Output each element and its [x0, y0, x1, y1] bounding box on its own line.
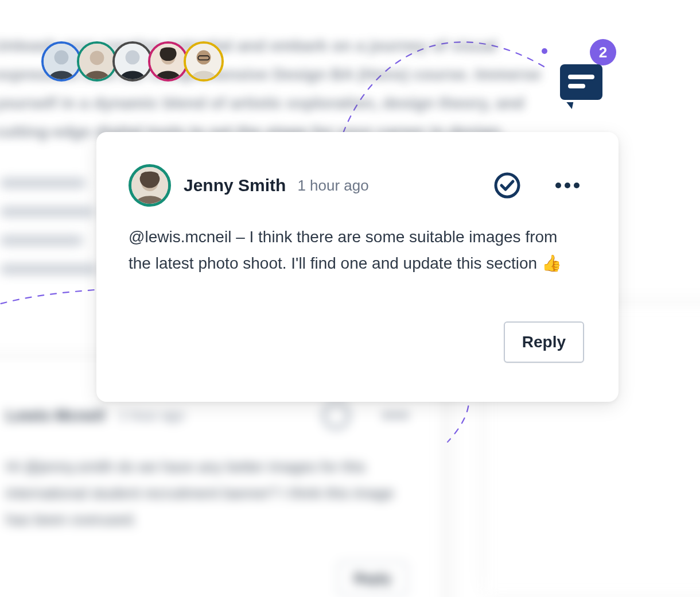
avatar[interactable] [148, 41, 188, 82]
author-name: Lewis Mcneil [6, 406, 105, 425]
thumbs-up-emoji: 👍 [542, 254, 562, 272]
reply-button[interactable]: Reply [504, 321, 584, 363]
more-options-button [383, 413, 407, 418]
unread-count-badge: 2 [590, 39, 616, 65]
avatar[interactable] [41, 41, 81, 82]
mention[interactable]: @lewis.mcneil [129, 228, 231, 246]
anchor-dot-icon [542, 48, 547, 54]
dot-icon [565, 183, 570, 188]
resolve-button[interactable] [493, 172, 521, 199]
reply-button: Reply [338, 561, 407, 596]
checkmark-circle-icon [493, 172, 521, 199]
author-name: Jenny Smith [184, 176, 286, 195]
comment-header: Jenny Smith 1 hour ago [129, 164, 584, 207]
comment-body: Hi @jenny.smith do we have any better im… [6, 453, 407, 533]
avatar[interactable] [77, 41, 117, 82]
background-blurred-list [0, 178, 103, 293]
collaborator-avatar-stack [41, 41, 219, 82]
checkmark-circle-icon [322, 402, 350, 429]
comment-timestamp: 1 hour ago [119, 408, 185, 424]
comment-thread-indicator[interactable]: 2 [560, 64, 602, 100]
comment-bubble-icon [560, 64, 602, 100]
dot-icon [555, 183, 561, 188]
svg-point-13 [496, 174, 519, 197]
author-avatar[interactable] [129, 164, 171, 207]
avatar[interactable] [112, 41, 153, 82]
comment-card: Jenny Smith 1 hour ago @lewis.mcneil – I… [96, 132, 619, 402]
dot-icon [574, 183, 580, 188]
avatar[interactable] [184, 41, 224, 82]
comment-body: @lewis.mcneil – I think there are some s… [129, 224, 584, 277]
svg-point-1 [55, 51, 69, 65]
svg-point-9 [197, 51, 211, 65]
comment-timestamp: 1 hour ago [297, 177, 368, 195]
more-options-button[interactable] [551, 178, 584, 193]
svg-point-3 [90, 51, 104, 65]
svg-point-5 [126, 51, 140, 65]
